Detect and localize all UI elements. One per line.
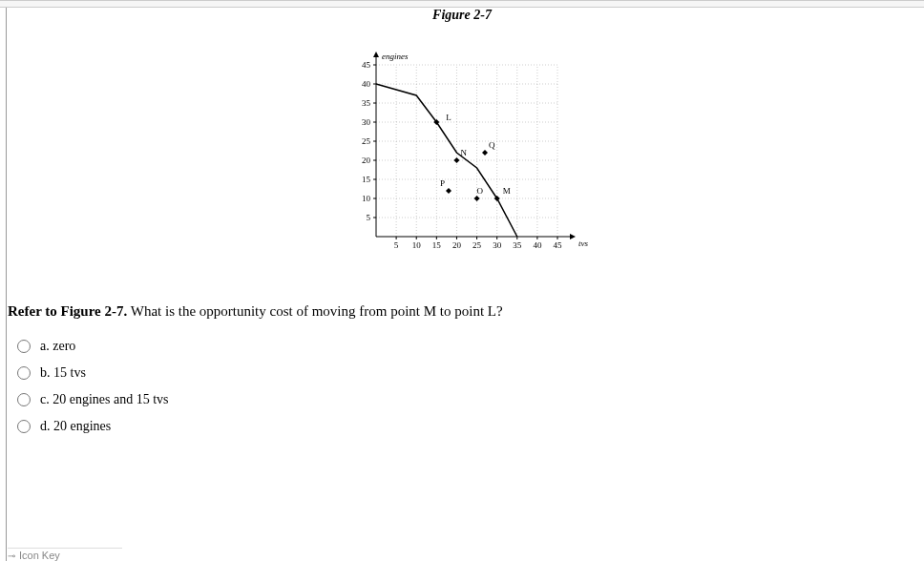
question-body: What is the opportunity cost of moving f… (127, 303, 502, 319)
chart-svg: 5101520253035404551015202530354045engine… (319, 46, 605, 265)
svg-text:25: 25 (362, 136, 371, 146)
option-c-radio[interactable] (17, 393, 31, 406)
svg-marker-64 (482, 150, 488, 156)
option-a-radio[interactable] (17, 340, 31, 353)
svg-text:35: 35 (513, 240, 522, 250)
svg-marker-20 (373, 52, 379, 57)
option-d-radio[interactable] (17, 420, 31, 433)
svg-marker-68 (474, 196, 480, 201)
key-icon: ⊸ (8, 551, 15, 561)
svg-text:30: 30 (493, 240, 502, 250)
svg-text:35: 35 (362, 98, 371, 108)
svg-text:10: 10 (412, 240, 422, 250)
svg-text:40: 40 (533, 240, 542, 250)
option-a-label: a. zero (40, 339, 75, 354)
option-c[interactable]: c. 20 engines and 15 tvs (17, 386, 924, 413)
svg-text:30: 30 (362, 117, 371, 127)
svg-marker-66 (446, 188, 452, 194)
svg-text:45: 45 (362, 60, 371, 70)
option-a[interactable]: a. zero (17, 333, 924, 360)
left-border (6, 8, 7, 561)
answer-options: a. zero b. 15 tvs c. 20 engines and 15 t… (0, 320, 924, 440)
svg-marker-21 (570, 234, 576, 239)
svg-text:20: 20 (362, 156, 371, 165)
question-prefix: Refer to Figure 2-7. (8, 303, 127, 319)
option-b[interactable]: b. 15 tvs (17, 360, 924, 386)
figure-title: Figure 2-7 (0, 8, 924, 23)
svg-text:15: 15 (362, 175, 371, 184)
svg-text:20: 20 (452, 240, 462, 250)
footer-icon-key: ⊸Icon Key (8, 548, 122, 561)
top-bar (0, 0, 924, 8)
svg-text:M: M (503, 186, 511, 196)
svg-text:5: 5 (394, 240, 399, 250)
svg-text:N: N (460, 148, 467, 157)
svg-text:Q: Q (489, 140, 495, 150)
question-text: Refer to Figure 2-7. What is the opportu… (0, 303, 924, 320)
svg-text:10: 10 (362, 194, 371, 203)
option-b-radio[interactable] (17, 366, 31, 380)
option-d[interactable]: d. 20 engines (17, 413, 924, 440)
svg-text:tvs: tvs (578, 239, 588, 248)
svg-text:45: 45 (554, 240, 563, 250)
option-b-label: b. 15 tvs (40, 365, 86, 381)
svg-text:L: L (446, 113, 452, 122)
option-d-label: d. 20 engines (40, 419, 111, 434)
svg-text:P: P (440, 178, 445, 188)
svg-text:15: 15 (432, 240, 442, 250)
svg-marker-62 (453, 157, 459, 163)
svg-text:O: O (477, 186, 484, 196)
svg-text:25: 25 (472, 240, 482, 250)
option-c-label: c. 20 engines and 15 tvs (40, 392, 169, 407)
svg-text:engines: engines (382, 52, 409, 61)
svg-text:5: 5 (367, 213, 371, 222)
svg-text:40: 40 (362, 79, 371, 89)
ppf-chart: 5101520253035404551015202530354045engine… (319, 46, 605, 265)
footer-label: Icon Key (19, 550, 60, 561)
